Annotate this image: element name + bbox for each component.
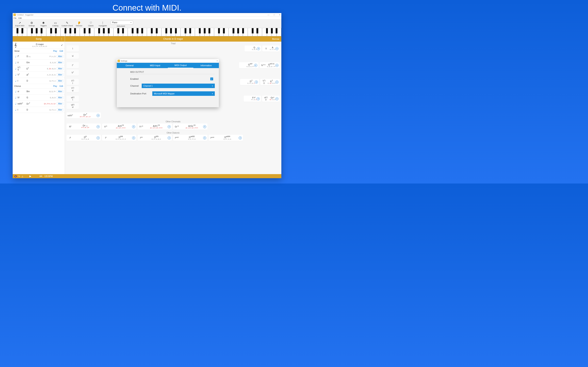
chord-row[interactable]: ♩ vi Bm B, D, F♯ Alter	[13, 89, 65, 95]
custom-chord-button[interactable]: ✎Custom Chord	[61, 21, 73, 27]
instrument-select[interactable]: Piano	[111, 21, 133, 25]
add-icon[interactable]: +	[257, 47, 260, 50]
toolbar: ↗Export MIDI ⚙Settings ✱Triggers ▭Catalo…	[13, 20, 281, 28]
add-icon[interactable]: +	[132, 136, 135, 140]
tab-midi-output[interactable]: MIDI Output	[168, 63, 193, 68]
add-icon[interactable]: +	[96, 125, 100, 128]
chord-row[interactable]: ♩ subV7 D♯7 D♯, F♯♯, A♯, C♯ Alter	[13, 101, 65, 107]
chord-row[interactable]: ♩ IV G G, B, D Alter	[13, 95, 65, 101]
chord-card[interactable]: V7	[67, 69, 79, 76]
tab-general[interactable]: General	[117, 63, 142, 68]
add-icon[interactable]: +	[255, 81, 258, 83]
mute-icon[interactable]: 🔇	[14, 175, 17, 177]
channel-select[interactable]: Channel 1	[142, 83, 215, 88]
play-link[interactable]: Play	[53, 50, 57, 52]
add-icon[interactable]: +	[239, 136, 242, 140]
add-icon[interactable]: +	[168, 125, 171, 128]
window-close[interactable]: ✕	[279, 14, 281, 16]
add-icon[interactable]: +	[132, 125, 135, 128]
menu-edit[interactable]: Edit	[18, 17, 22, 19]
chord-card[interactable]: D7D, F♯, A, C +	[240, 79, 259, 85]
add-icon[interactable]: +	[276, 81, 278, 83]
menu-file[interactable]: File	[13, 17, 17, 19]
chord-card[interactable]: Fr+6 A♯Fr+6A♯, C♯♯, D♯, F♯♯♯ +	[138, 124, 172, 130]
detector-button[interactable]: 👂Detector	[73, 21, 85, 27]
tab-midi-input[interactable]: MIDI Input	[142, 63, 168, 68]
catalog-button[interactable]: ▭Catalog	[49, 21, 61, 27]
alter-button[interactable]: Alter	[57, 96, 63, 99]
chord-card[interactable]: vi	[67, 53, 79, 59]
alter-button[interactable]: Alter	[57, 73, 63, 76]
alter-button[interactable]: Alter	[57, 67, 63, 70]
chord-card[interactable]: I6/9 D6/9D, F♯, A, B, E +	[138, 135, 172, 141]
chord-card[interactable]: V7/I	[67, 79, 79, 85]
chord-card[interactable]: GG, B, D +	[245, 45, 261, 52]
tab-information[interactable]: Information	[193, 63, 219, 68]
chord-card[interactable]: IV7♭5 GM7♭5G, B, D♭, F♯ +	[260, 62, 280, 68]
chord-card[interactable]: It+6 A♯It+6A♯, C♯♯, F♯♯♯ +	[102, 124, 136, 130]
dialog-icon	[118, 60, 120, 62]
chord-card[interactable]: Iadd4 Dadd4D, F♯, G, A +	[209, 135, 243, 141]
chord-card[interactable]: vii°/vi	[67, 103, 79, 109]
borrow-link[interactable]: Borrow	[272, 38, 279, 40]
settings-button[interactable]: ⚙Settings	[26, 21, 38, 27]
chord-row[interactable]: ♩ I D D, F♯, A Alter	[13, 107, 65, 113]
window-maximize[interactable]: □	[274, 14, 275, 16]
alter-button[interactable]: Alter	[57, 90, 63, 93]
add-icon[interactable]: +	[203, 136, 206, 140]
chord-card[interactable]: V7/V E7E, G♯, B, D +	[260, 79, 280, 85]
export-midi-button[interactable]: ↗Export MIDI	[14, 21, 26, 27]
chord-row[interactable]: ♩ V7 A7 A, C♯, E, G Alter	[13, 72, 65, 78]
play-button[interactable]: ▶	[29, 175, 31, 178]
alter-button[interactable]: Alter	[57, 61, 63, 64]
chord-row[interactable]: ♩ ii Em E, G, B Alter	[13, 59, 65, 66]
loop-icon[interactable]: ↻	[18, 175, 20, 177]
enabled-checkbox[interactable]: ✓	[210, 77, 213, 80]
arpeggiate-button[interactable]: ⋮Arpeggiate	[97, 21, 109, 27]
add-icon[interactable]: +	[254, 64, 257, 67]
alter-button[interactable]: Alter	[57, 102, 63, 105]
classic-button[interactable]: ♡Classic	[85, 21, 97, 27]
add-icon[interactable]: +	[276, 97, 278, 100]
add-icon[interactable]: +	[203, 125, 206, 128]
alter-button[interactable]: Alter	[57, 55, 63, 58]
chord-card[interactable]: GM7G, B, D, F♯ +	[239, 62, 258, 68]
add-icon[interactable]: +	[96, 114, 100, 117]
chord-row[interactable]: ♩ V7/V E7 E, G♯, B, D Alter	[13, 66, 65, 72]
alter-button[interactable]: Alter	[57, 108, 63, 111]
window-minimize[interactable]: —	[268, 14, 269, 16]
time-signature[interactable]: 4/4	[39, 175, 42, 177]
chord-card[interactable]: N6 D♯ (b)F♯♯, A♯, D♯ +	[67, 124, 101, 130]
play-link[interactable]: Play	[53, 85, 57, 87]
add-icon[interactable]: +	[276, 47, 278, 50]
alter-button[interactable]: Alter	[57, 79, 63, 82]
piano-keyboard[interactable]	[13, 28, 281, 36]
add-icon[interactable]: +	[276, 64, 278, 67]
add-icon[interactable]: +	[257, 97, 260, 100]
edit-link[interactable]: Edit	[60, 85, 63, 87]
bpm[interactable]: 120 BPM	[44, 175, 53, 177]
chord-card[interactable]: I6 D6D, F♯, A, B +	[67, 135, 101, 141]
key-row[interactable]: 𝄞 D major D, E, F♯, G, A, B, C♯ ✓	[13, 42, 65, 49]
chord-card[interactable]: V AA, C♯, E +	[262, 45, 280, 52]
chord-row[interactable]: ♩ I D D, F♯, A Alter	[13, 78, 65, 84]
edit-link[interactable]: Edit	[60, 50, 63, 52]
chord-card[interactable]: F♯°F♯, A, C +	[244, 96, 261, 102]
chord-card[interactable]: Gr+6 A♯Gr+6A♯, C♯♯, E♯, F♯♯♯ +	[173, 124, 208, 130]
port-select[interactable]: Microsoft MIDI Mapper	[152, 91, 215, 96]
add-icon[interactable]: +	[168, 136, 171, 140]
metronome-icon[interactable]: △	[22, 175, 23, 177]
chord-card[interactable]: subV7 D♯7D♯, F♯♯, A♯, C♯ +	[67, 112, 101, 118]
chord-card[interactable]: I7	[67, 62, 79, 68]
add-icon[interactable]: +	[96, 136, 100, 140]
chord-row[interactable]: ♩ I6 D (b) F♯, A, D Alter	[13, 53, 65, 59]
triggers-button[interactable]: ✱Triggers	[38, 21, 49, 27]
chord-card[interactable]: I9 DM9D, F♯, A, C♯, E +	[102, 135, 136, 141]
dialog-close[interactable]: ✕	[216, 60, 218, 62]
chord-card[interactable]: V7/vi	[67, 86, 79, 92]
song-menu-icon[interactable]: ⋮	[60, 37, 63, 41]
chord-card[interactable]: Iadd2 Dadd2D, E, F♯, A +	[173, 135, 208, 141]
chord-card[interactable]: vii°/I	[67, 96, 79, 102]
chord-card[interactable]: I	[67, 45, 79, 52]
chord-card[interactable]: vii°/V G♯°G♯, B, D +	[262, 96, 280, 102]
